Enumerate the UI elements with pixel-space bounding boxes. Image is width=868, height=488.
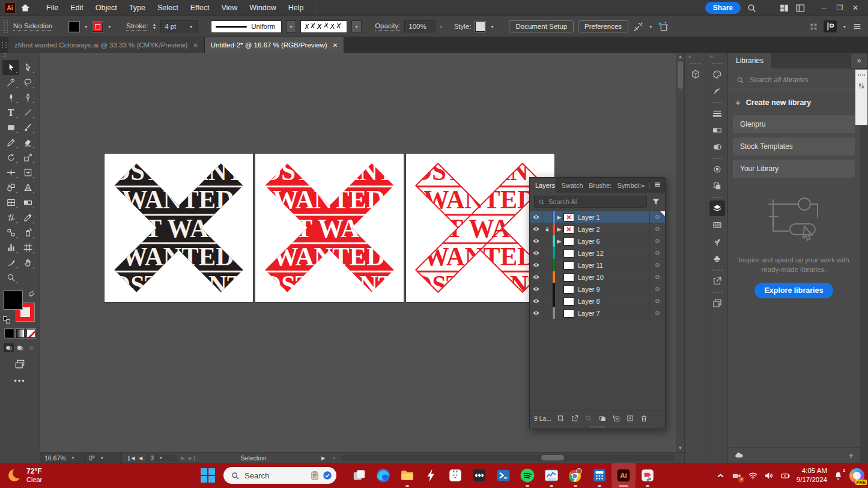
- zoom-level-dropdown[interactable]: 16.67%▾: [40, 453, 85, 463]
- layer-name[interactable]: Layer 11: [578, 262, 649, 269]
- layer-name[interactable]: Layer 2: [578, 226, 649, 233]
- lasso-tool[interactable]: [19, 75, 36, 90]
- visibility-eye-icon[interactable]: [530, 259, 542, 271]
- explore-libraries-button[interactable]: Explore libraries: [754, 283, 834, 298]
- menu-object[interactable]: Object: [90, 0, 123, 16]
- lock-icon[interactable]: [542, 211, 553, 223]
- graphic-styles-panel-icon[interactable]: [709, 178, 725, 194]
- library-item-glenpru[interactable]: Glenpru: [733, 115, 855, 133]
- wifi-icon[interactable]: [748, 471, 758, 481]
- fill-chevron-icon[interactable]: ▾: [83, 23, 88, 31]
- layer-name[interactable]: Layer 8: [578, 298, 649, 305]
- expand-chevron-icon[interactable]: ▶: [555, 238, 563, 244]
- bolt-taskbar-icon[interactable]: [419, 463, 443, 488]
- color-themes-panel-icon[interactable]: [709, 217, 725, 233]
- menu-file[interactable]: File: [40, 0, 64, 16]
- preferences-button[interactable]: Preferences: [578, 20, 628, 32]
- monitor-taskbar-icon[interactable]: [539, 463, 563, 488]
- target-circle-icon[interactable]: [649, 271, 665, 283]
- color-mode-button[interactable]: [5, 329, 14, 338]
- lock-icon[interactable]: [542, 259, 553, 271]
- artboard-2[interactable]: MOST WANTEDMOST WANTEDMOST WANTEDMOST WA…: [255, 154, 404, 302]
- draw-normal-icon[interactable]: [4, 343, 14, 352]
- layer-name[interactable]: Layer 1: [578, 214, 649, 221]
- fill-color-swatch[interactable]: [69, 22, 79, 32]
- layer-thumbnail[interactable]: [563, 309, 574, 318]
- workspace-icon[interactable]: [824, 20, 837, 32]
- panel-menu-icon[interactable]: [654, 181, 661, 190]
- opacity-label[interactable]: Opacity:: [375, 22, 400, 31]
- rotation-dropdown[interactable]: 0°▾: [85, 453, 122, 463]
- target-circle-icon[interactable]: [649, 211, 665, 223]
- snap-options-icon[interactable]: [633, 21, 644, 32]
- stroke-label[interactable]: Stroke:: [126, 22, 148, 31]
- close-button[interactable]: ✕: [848, 4, 863, 12]
- shear-tool[interactable]: [2, 210, 19, 225]
- illustrator-logo-icon[interactable]: Ai: [4, 2, 16, 14]
- symbols-panel-icon[interactable]: ♣: [709, 251, 725, 267]
- zoom-tool[interactable]: [2, 270, 19, 285]
- brush-definition-dropdown[interactable]: [300, 20, 347, 33]
- expand-panels-icon[interactable]: »: [850, 53, 868, 68]
- expand-chevron-icon[interactable]: ▶: [555, 214, 563, 220]
- artboard-tool[interactable]: [19, 240, 36, 255]
- visibility-eye-icon[interactable]: [530, 235, 542, 247]
- make-clipping-mask-icon[interactable]: [598, 414, 607, 423]
- layer-name[interactable]: Layer 9: [578, 286, 649, 293]
- screen-mode-icon[interactable]: [14, 358, 26, 368]
- next-artboard-icon[interactable]: ▶: [181, 455, 185, 461]
- color-panel-icon[interactable]: [709, 67, 725, 82]
- tab-layers[interactable]: Layers: [530, 178, 556, 193]
- target-circle-icon[interactable]: [649, 259, 665, 271]
- pencil-tool[interactable]: [2, 135, 19, 150]
- free-transform-tool[interactable]: [19, 165, 36, 180]
- pen-tool[interactable]: [2, 90, 19, 105]
- brushes-panel-icon[interactable]: [709, 234, 725, 250]
- stroke-color-swatch[interactable]: [93, 22, 103, 32]
- type-tool[interactable]: T: [2, 105, 19, 120]
- blend-tool[interactable]: [2, 225, 19, 240]
- edit-toolbar-icon[interactable]: •••: [14, 376, 26, 385]
- illustrator-taskbar-icon[interactable]: Ai: [612, 463, 636, 488]
- gradient-mode-button[interactable]: [16, 329, 25, 338]
- layer-row[interactable]: Layer 7: [530, 307, 665, 319]
- magic-wand-tool[interactable]: [2, 75, 19, 90]
- scale-tool[interactable]: [19, 150, 36, 165]
- weather-widget[interactable]: 72°F Clear: [7, 463, 42, 488]
- layer-thumbnail[interactable]: [563, 249, 574, 258]
- visibility-eye-icon[interactable]: [530, 223, 542, 235]
- first-artboard-icon[interactable]: ❙◀: [127, 455, 135, 461]
- camera-muted-icon[interactable]: ✕: [732, 471, 742, 481]
- visibility-eye-icon[interactable]: [530, 307, 542, 319]
- document-tab-2[interactable]: Untitled-2* @ 16.67 % (RGB/Preview)✕: [205, 37, 344, 53]
- artboards-panel-icon[interactable]: [709, 295, 725, 311]
- width-tool[interactable]: [2, 165, 19, 180]
- export-panel-icon[interactable]: [709, 273, 725, 289]
- visibility-eye-icon[interactable]: [530, 211, 542, 223]
- copilot-icon[interactable]: PRE: [849, 468, 864, 483]
- target-circle-icon[interactable]: [649, 283, 665, 295]
- stroke-weight-dropdown[interactable]: 4 pt▾: [160, 20, 198, 32]
- layer-row[interactable]: ▶Layer 2: [530, 223, 665, 235]
- direct-selection-tool[interactable]: [19, 60, 36, 75]
- layer-name[interactable]: Layer 10: [578, 274, 649, 281]
- visibility-eye-icon[interactable]: [530, 283, 542, 295]
- menu-help[interactable]: Help: [282, 0, 310, 16]
- chrome-taskbar-icon[interactable]: [563, 463, 587, 488]
- visibility-eye-icon[interactable]: [530, 295, 542, 307]
- artboard-number-dropdown[interactable]: 3▾: [146, 454, 177, 462]
- panel-expand-icon[interactable]: »: [641, 182, 645, 189]
- new-layer-icon[interactable]: [626, 414, 634, 423]
- layer-thumbnail[interactable]: [563, 297, 574, 306]
- selection-tool[interactable]: [2, 60, 19, 75]
- hand-tool[interactable]: [19, 255, 36, 270]
- workspace-switcher-icon[interactable]: [795, 3, 806, 13]
- layers-search-input[interactable]: Search Al: [534, 196, 647, 208]
- variable-width-profile-dropdown[interactable]: Uniform: [211, 20, 282, 33]
- create-new-library-button[interactable]: + Create new library: [728, 89, 860, 115]
- spotify-taskbar-icon[interactable]: [515, 463, 539, 488]
- add-library-item-icon[interactable]: +: [849, 451, 854, 460]
- rotate-tool[interactable]: [2, 150, 19, 165]
- menu-type[interactable]: Type: [123, 0, 151, 16]
- arrange-documents-icon[interactable]: [779, 3, 789, 13]
